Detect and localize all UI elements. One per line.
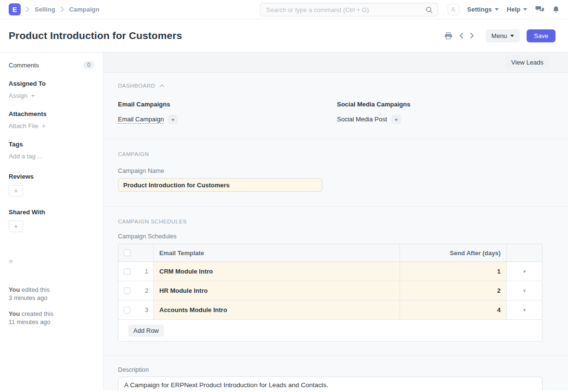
social-media-post-link[interactable]: Social Media Post <box>337 116 387 123</box>
attachments-heading: Attachments <box>9 110 94 118</box>
activity-actor: You <box>9 286 20 293</box>
avatar-letter: A <box>452 6 455 13</box>
plus-icon: + <box>42 122 46 130</box>
campaign-section-title: CAMPAIGN <box>118 151 149 157</box>
email-template-column-header: Email Template <box>153 244 400 261</box>
campaign-schedules-section: CAMPAIGN SCHEDULES Campaign Schedules Em… <box>103 207 568 356</box>
search-icon <box>426 6 433 13</box>
comments-link[interactable]: Comments <box>9 62 39 69</box>
description-section: Description A Campaign for ERPNext Produ… <box>103 356 568 391</box>
activity-action: edited this <box>22 286 50 293</box>
form-sidebar: Comments 0 Assigned To Assign + Attachme… <box>0 52 103 391</box>
settings-menu[interactable]: Settings <box>467 6 499 13</box>
breadcrumb-selling[interactable]: Selling <box>35 6 55 13</box>
plus-icon: + <box>394 116 398 123</box>
tags-heading: Tags <box>9 141 94 148</box>
like-heart-icon[interactable]: ♥ <box>9 257 94 265</box>
send-after-cell[interactable]: 2 <box>400 281 506 300</box>
chevron-down-icon <box>510 35 514 37</box>
row-checkbox[interactable] <box>124 287 130 294</box>
assign-button[interactable]: Assign + <box>9 92 94 99</box>
plus-icon: + <box>14 222 18 230</box>
add-review-button[interactable]: + <box>9 185 23 196</box>
row-checkbox[interactable] <box>124 307 130 314</box>
activity-action: created this <box>22 310 53 317</box>
email-campaign-link[interactable]: Email Campaign <box>118 116 164 124</box>
row-index: 2 <box>145 287 153 294</box>
app-logo[interactable]: E <box>9 3 21 15</box>
plus-icon: + <box>171 116 175 123</box>
plus-icon: + <box>31 92 35 99</box>
activity-actor: You <box>9 310 20 317</box>
attach-file-button[interactable]: Attach File + <box>9 122 94 130</box>
help-menu[interactable]: Help <box>507 6 527 13</box>
email-template-cell[interactable]: HR Module Intro <box>153 281 400 300</box>
email-template-cell[interactable]: Accounts Module Intro <box>153 301 400 319</box>
assign-label: Assign <box>9 92 27 99</box>
help-label: Help <box>507 6 520 13</box>
table-row[interactable]: 1 CRM Module Intro 1 ▼ <box>118 262 542 281</box>
print-icon[interactable] <box>443 31 453 40</box>
campaign-name-label: Campaign Name <box>118 167 542 174</box>
grid-footer: Add Row <box>118 320 542 341</box>
page-title: Product Introduction for Customers <box>9 30 182 41</box>
table-row[interactable]: 3 Accounts Module Intro 4 ▼ <box>118 301 542 320</box>
row-checkbox[interactable] <box>124 268 130 275</box>
social-campaigns-heading: Social Media Campaigns <box>337 101 542 108</box>
row-expand-caret-icon[interactable]: ▼ <box>522 269 527 274</box>
campaign-section: CAMPAIGN Campaign Name <box>103 139 568 207</box>
schedules-section-title: CAMPAIGN SCHEDULES <box>118 219 187 224</box>
add-tag-input[interactable]: Add a tag ... <box>9 153 94 160</box>
select-all-checkbox[interactable] <box>124 249 130 256</box>
settings-label: Settings <box>467 6 492 13</box>
row-index: 3 <box>145 307 153 314</box>
plus-icon: + <box>14 187 18 195</box>
dashboard-section-title: DASHBOARD <box>118 83 155 89</box>
send-after-cell[interactable]: 1 <box>400 262 506 281</box>
description-label: Description <box>118 366 542 373</box>
schedules-table-label: Campaign Schedules <box>118 233 542 240</box>
chat-icon[interactable] <box>535 6 544 13</box>
add-social-post-button[interactable]: + <box>391 115 401 124</box>
add-row-button[interactable]: Add Row <box>128 325 164 337</box>
shared-with-heading: Shared With <box>9 209 94 216</box>
row-index: 1 <box>145 268 153 275</box>
comments-count-badge: 0 <box>83 61 94 69</box>
send-after-cell[interactable]: 4 <box>400 301 506 319</box>
row-expand-caret-icon[interactable]: ▼ <box>522 288 527 293</box>
view-leads-button[interactable]: View Leads <box>505 56 549 69</box>
attach-file-label: Attach File <box>9 122 38 130</box>
add-email-campaign-button[interactable]: + <box>168 115 178 124</box>
campaign-name-field[interactable] <box>118 178 323 192</box>
grid-header-row: Email Template Send After (days) <box>118 244 542 262</box>
save-button[interactable]: Save <box>527 29 555 42</box>
breadcrumb-chevron-icon <box>60 6 65 13</box>
reviews-heading: Reviews <box>9 173 94 180</box>
email-campaigns-heading: Email Campaigns <box>118 101 337 108</box>
bell-icon[interactable] <box>553 6 559 13</box>
avatar[interactable]: A <box>448 4 459 15</box>
activity-when: 3 minutes ago <box>9 294 47 301</box>
search-input[interactable] <box>265 6 426 14</box>
row-expand-caret-icon[interactable]: ▼ <box>522 308 527 313</box>
schedules-grid: Email Template Send After (days) 1 CRM M… <box>118 244 542 341</box>
activity-entry: You edited this 3 minutes ago <box>9 286 94 302</box>
dashboard-section: DASHBOARD Email Campaigns Email Campaign… <box>103 73 568 139</box>
menu-button-label: Menu <box>491 32 507 39</box>
table-row[interactable]: 2 HR Module Intro 2 ▼ <box>118 281 542 301</box>
collapse-chevron-up-icon[interactable] <box>159 83 165 89</box>
add-share-button[interactable]: + <box>9 221 23 232</box>
menu-button[interactable]: Menu <box>486 29 520 42</box>
next-icon[interactable] <box>469 31 476 40</box>
page-header: Product Introduction for Customers Menu … <box>0 19 568 52</box>
send-after-column-header: Send After (days) <box>400 244 506 261</box>
prev-icon[interactable] <box>458 31 465 40</box>
breadcrumb-campaign[interactable]: Campaign <box>69 6 100 13</box>
email-template-cell[interactable]: CRM Module Intro <box>153 262 400 281</box>
app-logo-letter: E <box>13 6 17 13</box>
activity-entry: You created this 11 minutes ago <box>9 310 94 327</box>
global-search[interactable] <box>260 3 438 16</box>
description-field[interactable]: A Campaign for ERPNext Product Introduct… <box>118 377 542 391</box>
form-toolbar: View Leads <box>103 52 568 73</box>
form-body: View Leads DASHBOARD Email Campaigns Ema… <box>103 52 568 391</box>
